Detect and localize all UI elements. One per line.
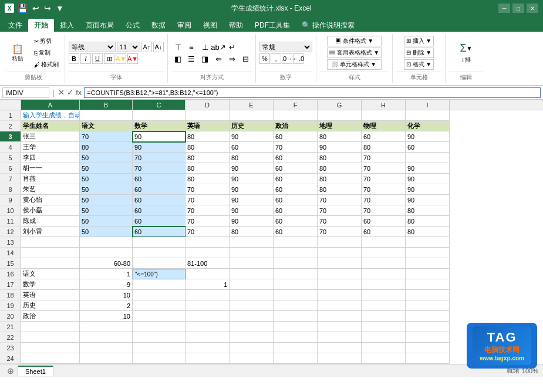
cell-c11[interactable]: 60 xyxy=(133,216,186,227)
cell-b21[interactable] xyxy=(80,322,133,332)
percent-btn[interactable]: % xyxy=(259,53,270,64)
cell-c20[interactable] xyxy=(133,311,186,322)
decrease-decimal-btn[interactable]: ←.0 xyxy=(293,53,303,64)
cell-g18[interactable] xyxy=(318,290,362,300)
font-color-btn[interactable]: A▼ xyxy=(127,53,138,64)
cell-a15[interactable] xyxy=(21,258,80,269)
cell-f15[interactable] xyxy=(274,258,318,269)
cell-b20[interactable]: 10 xyxy=(80,311,133,322)
cell-e13[interactable] xyxy=(230,237,274,248)
tab-formulas[interactable]: 公式 xyxy=(120,19,146,32)
cell-e20[interactable] xyxy=(230,311,274,322)
cell-a1[interactable]: 输入学生成绩，自动统计学科的平均分等数据。班级：X年X班统计日期：X年X月X日 xyxy=(21,110,80,121)
align-right-btn[interactable]: ◨ xyxy=(198,53,211,64)
cell-e10[interactable]: 90 xyxy=(230,205,274,216)
cell-f5[interactable]: 60 xyxy=(274,153,318,163)
cell-e9[interactable]: 90 xyxy=(230,195,274,205)
cell-e23[interactable] xyxy=(230,343,274,353)
delete-btn[interactable]: ⊟ 删除 ▼ xyxy=(404,48,434,58)
cell-c21[interactable] xyxy=(133,322,186,332)
bold-btn[interactable]: B xyxy=(69,53,79,64)
cell-d6[interactable]: 80 xyxy=(186,163,230,174)
format-btn[interactable]: ⊡ 格式 ▼ xyxy=(404,59,434,70)
cell-h12[interactable]: 60 xyxy=(362,227,406,237)
cell-h1[interactable] xyxy=(362,110,406,121)
window-controls[interactable]: ─ □ ✕ xyxy=(498,4,538,13)
row-num-14[interactable]: 14 xyxy=(0,248,21,258)
merge-center-btn[interactable]: ⊟ xyxy=(239,53,252,64)
cell-b19[interactable]: 2 xyxy=(80,300,133,311)
cell-g17[interactable] xyxy=(318,279,362,290)
cell-e12[interactable]: 80 xyxy=(230,227,274,237)
tab-help[interactable]: 帮助 xyxy=(223,19,249,32)
cell-h22[interactable] xyxy=(362,332,406,343)
cell-i12[interactable]: 80 xyxy=(406,227,450,237)
font-family-select[interactable]: 等线 xyxy=(69,42,116,52)
cell-f23[interactable] xyxy=(274,343,318,353)
row-num-13[interactable]: 13 xyxy=(0,237,21,248)
cell-b23[interactable] xyxy=(80,343,133,353)
cell-i11[interactable]: 80 xyxy=(406,216,450,227)
cell-c9[interactable]: 60 xyxy=(133,195,186,205)
cell-i13[interactable] xyxy=(406,237,450,248)
cell-g8[interactable]: 80 xyxy=(318,184,362,195)
cell-i23[interactable] xyxy=(406,343,450,353)
cell-h15[interactable] xyxy=(362,258,406,269)
row-num-21[interactable]: 21 xyxy=(0,322,21,332)
cell-d18[interactable] xyxy=(186,290,230,300)
cell-d4[interactable]: 80 xyxy=(186,142,230,153)
thousands-btn[interactable]: , xyxy=(271,53,281,64)
cell-g15[interactable] xyxy=(318,258,362,269)
tab-review[interactable]: 审阅 xyxy=(171,19,197,32)
cell-e5[interactable]: 80 xyxy=(230,153,274,163)
new-sheet-btn[interactable]: ⊕ xyxy=(5,366,16,376)
tab-search[interactable]: 🔍 操作说明搜索 xyxy=(296,19,360,32)
cell-a14[interactable] xyxy=(21,248,80,258)
col-header-g[interactable]: G xyxy=(318,100,362,110)
cell-h7[interactable]: 70 xyxy=(362,174,406,184)
cell-g20[interactable] xyxy=(318,311,362,322)
cell-g11[interactable]: 70 xyxy=(318,216,362,227)
cell-g13[interactable] xyxy=(318,237,362,248)
row-num-10[interactable]: 10 xyxy=(0,205,21,216)
col-header-b[interactable]: B xyxy=(80,100,133,110)
tab-pdf[interactable]: PDF工具集 xyxy=(249,19,296,32)
row-num-8[interactable]: 8 xyxy=(0,184,21,195)
row-num-7[interactable]: 7 xyxy=(0,174,21,184)
cell-f13[interactable] xyxy=(274,237,318,248)
tab-view[interactable]: 视图 xyxy=(197,19,223,32)
cell-a21[interactable] xyxy=(21,322,80,332)
cell-i9[interactable]: 90 xyxy=(406,195,450,205)
minimize-btn[interactable]: ─ xyxy=(498,4,510,13)
col-header-a[interactable]: A xyxy=(21,100,80,110)
cell-c10[interactable]: 60 xyxy=(133,205,186,216)
cell-i1[interactable] xyxy=(406,110,450,121)
cell-g5[interactable]: 80 xyxy=(318,153,362,163)
cell-h6[interactable]: 70 xyxy=(362,163,406,174)
cell-d2[interactable]: 英语 xyxy=(186,121,230,131)
cell-b16[interactable]: 1 xyxy=(80,269,133,279)
maximize-btn[interactable]: □ xyxy=(512,4,524,13)
row-num-2[interactable]: 2 xyxy=(0,121,21,131)
align-center-btn[interactable]: ☰ xyxy=(185,53,198,64)
cell-d7[interactable]: 80 xyxy=(186,174,230,184)
cell-h14[interactable] xyxy=(362,248,406,258)
row-num-19[interactable]: 19 xyxy=(0,300,21,311)
cell-g10[interactable]: 70 xyxy=(318,205,362,216)
cell-a9[interactable]: 黄心怡 xyxy=(21,195,80,205)
cell-a11[interactable]: 陈成 xyxy=(21,216,80,227)
cell-b4[interactable]: 80 xyxy=(80,142,133,153)
cell-a17[interactable]: 数学 xyxy=(21,279,80,290)
cell-c24[interactable] xyxy=(133,353,186,364)
cell-i2[interactable]: 化学 xyxy=(406,121,450,131)
underline-btn[interactable]: U xyxy=(92,53,103,64)
cell-c2[interactable]: 数学 xyxy=(133,121,186,131)
fill-color-btn[interactable]: A▼ xyxy=(116,53,126,64)
row-num-15[interactable]: 15 xyxy=(0,258,21,269)
tab-data[interactable]: 数据 xyxy=(146,19,171,32)
cell-a8[interactable]: 朱艺 xyxy=(21,184,80,195)
cell-i20[interactable] xyxy=(406,311,450,322)
cell-f2[interactable]: 政治 xyxy=(274,121,318,131)
cell-h8[interactable]: 70 xyxy=(362,184,406,195)
save-quick-btn[interactable]: 💾 xyxy=(16,4,29,13)
